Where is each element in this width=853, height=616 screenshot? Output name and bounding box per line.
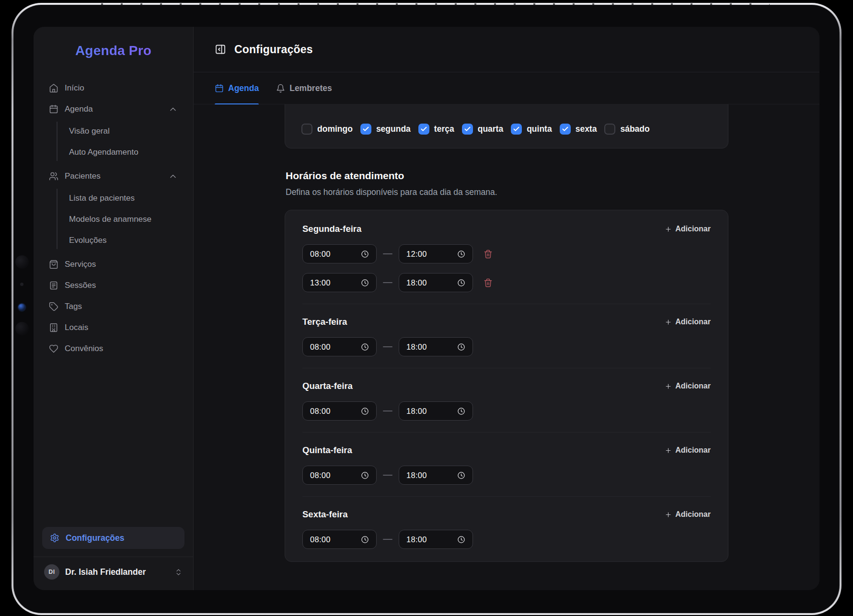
sidebar-footer: Configurações DI Dr. Isiah Friedlander xyxy=(42,527,184,590)
building-icon xyxy=(49,323,58,332)
user-name: Dr. Isiah Friedlander xyxy=(65,567,169,577)
check-icon xyxy=(362,125,369,133)
sidebar-item-servicos[interactable]: Serviços xyxy=(42,254,184,275)
weekday-checkbox[interactable] xyxy=(560,124,571,135)
sidebar-item-evolucoes[interactable]: Evoluções xyxy=(42,230,184,251)
weekday-checkbox[interactable] xyxy=(418,124,429,135)
end-time-input[interactable]: 12:00 xyxy=(399,244,473,263)
mic-dot xyxy=(20,283,23,286)
clock-icon xyxy=(361,536,369,544)
start-time-input[interactable]: 13:00 xyxy=(302,273,377,292)
clock-icon xyxy=(361,471,369,479)
chevron-up-icon xyxy=(168,171,178,181)
plus-icon xyxy=(665,383,672,390)
add-slot-button[interactable]: Adicionar xyxy=(665,446,711,455)
start-time-input[interactable]: 08:00 xyxy=(302,401,377,421)
weekday-checkbox[interactable] xyxy=(301,124,312,135)
day-name: Quinta-feira xyxy=(302,445,352,456)
time-slot-row: 08:00 18:00 xyxy=(302,530,711,549)
weekday-sabado[interactable]: sábado xyxy=(604,124,649,135)
weekday-checkbox[interactable] xyxy=(462,124,473,135)
sidebar-item-inicio[interactable]: Início xyxy=(42,78,184,99)
sidebar-item-sessoes[interactable]: Sessões xyxy=(42,275,184,296)
end-time-input[interactable]: 18:00 xyxy=(399,466,473,485)
weekday-label: terça xyxy=(434,124,454,134)
weekday-segunda[interactable]: segunda xyxy=(360,124,411,135)
avatar: DI xyxy=(44,564,59,580)
add-slot-button[interactable]: Adicionar xyxy=(665,318,711,326)
tab-agenda[interactable]: Agenda xyxy=(215,72,259,104)
sidebar-item-lista-de-pacientes[interactable]: Lista de pacientes xyxy=(42,188,184,209)
weekday-label: segunda xyxy=(376,124,411,134)
bell-icon xyxy=(276,84,285,93)
weekday-terca[interactable]: terça xyxy=(418,124,454,135)
weekday-checkbox-row: domingo segunda terça quarta quinta sext… xyxy=(301,124,650,135)
divider xyxy=(34,557,193,557)
time-slot-row: 08:00 18:00 xyxy=(302,337,711,356)
weekday-checkbox[interactable] xyxy=(604,124,615,135)
weekday-checkbox[interactable] xyxy=(511,124,522,135)
end-time-input[interactable]: 18:00 xyxy=(399,401,473,421)
day-name: Segunda-feira xyxy=(302,224,361,234)
sidebar-subnav: Visão geral Auto Agendamento xyxy=(42,120,184,166)
day-schedule-segunda-feira: Segunda-feira Adicionar 08:00 12:00 13:0… xyxy=(302,211,711,304)
check-icon xyxy=(513,125,520,133)
weekday-sexta[interactable]: sexta xyxy=(560,124,597,135)
sidebar-item-modelos-de-anamnese[interactable]: Modelos de anamnese xyxy=(42,209,184,230)
weekdays-card: domingo segunda terça quarta quinta sext… xyxy=(285,104,728,148)
sidebar-item-visao-geral[interactable]: Visão geral xyxy=(42,121,184,142)
delete-slot-button[interactable] xyxy=(484,278,493,287)
sidebar-item-convenios[interactable]: Convênios xyxy=(42,338,184,359)
user-menu[interactable]: DI Dr. Isiah Friedlander xyxy=(42,564,184,580)
weekday-domingo[interactable]: domingo xyxy=(301,124,353,135)
check-icon xyxy=(420,125,427,133)
end-time-input[interactable]: 18:00 xyxy=(399,337,473,356)
time-slot-row: 08:00 18:00 xyxy=(302,466,711,485)
sidebar-item-auto-agendamento[interactable]: Auto Agendamento xyxy=(42,142,184,163)
sidebar-item-pacientes[interactable]: Pacientes xyxy=(42,166,184,187)
gear-icon xyxy=(50,533,59,543)
range-dash xyxy=(383,346,392,348)
start-time-input[interactable]: 08:00 xyxy=(302,337,377,356)
clock-icon xyxy=(457,536,465,544)
sidebar-item-agenda[interactable]: Agenda xyxy=(42,99,184,120)
start-time-input[interactable]: 08:00 xyxy=(302,244,377,263)
range-dash xyxy=(383,411,392,412)
sidebar-item-tags[interactable]: Tags xyxy=(42,296,184,317)
panel-left-icon[interactable] xyxy=(215,44,226,55)
section-title: Horários de atendimento xyxy=(286,170,727,182)
add-slot-button[interactable]: Adicionar xyxy=(665,382,711,390)
clock-icon xyxy=(361,407,369,415)
notes-icon xyxy=(49,281,58,290)
calendar-icon xyxy=(49,104,58,114)
tag-icon xyxy=(49,302,58,311)
tab-lembretes[interactable]: Lembretes xyxy=(276,72,332,104)
bag-icon xyxy=(49,260,58,269)
page-header: Configurações xyxy=(194,27,819,72)
time-slot-row: 08:00 18:00 xyxy=(302,401,711,421)
add-slot-button[interactable]: Adicionar xyxy=(665,510,711,519)
sidebar-item-configuracoes[interactable]: Configurações xyxy=(42,527,184,549)
delete-slot-button[interactable] xyxy=(484,250,493,259)
weekday-quarta[interactable]: quarta xyxy=(462,124,503,135)
start-time-input[interactable]: 08:00 xyxy=(302,466,377,485)
day-name: Terça-feira xyxy=(302,317,347,327)
sidebar-item-locais[interactable]: Locais xyxy=(42,317,184,338)
users-icon xyxy=(49,171,58,181)
sensor xyxy=(15,322,29,335)
end-time-input[interactable]: 18:00 xyxy=(399,273,473,292)
sidebar-subnav: Lista de pacientes Modelos de anamnese E… xyxy=(42,187,184,254)
range-dash xyxy=(383,253,392,255)
end-time-input[interactable]: 18:00 xyxy=(399,530,473,549)
clock-icon xyxy=(457,407,465,415)
start-time-input[interactable]: 08:00 xyxy=(302,530,377,549)
weekday-quinta[interactable]: quinta xyxy=(511,124,552,135)
add-slot-button[interactable]: Adicionar xyxy=(665,225,711,233)
tablet-frame: Agenda Pro Início Agenda Visão geral Aut… xyxy=(12,3,841,615)
front-camera xyxy=(15,255,29,269)
check-icon xyxy=(562,125,569,133)
check-icon xyxy=(464,125,471,133)
clock-icon xyxy=(361,343,369,351)
weekday-checkbox[interactable] xyxy=(360,124,371,135)
clock-icon xyxy=(457,279,465,287)
